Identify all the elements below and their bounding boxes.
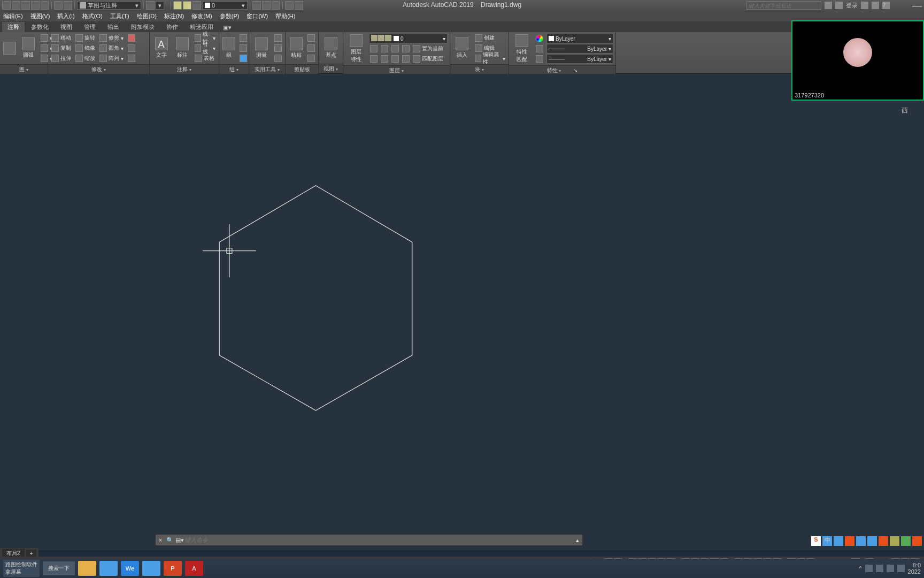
taskbar-autocad-icon[interactable]: A <box>185 561 203 576</box>
panel-layer-title[interactable]: 图层 <box>389 67 403 73</box>
layer-tool2-icon[interactable] <box>380 44 389 54</box>
color-dropdown[interactable]: ByLayer▾ <box>546 34 613 43</box>
cmdline-expand-icon[interactable]: ▴ <box>573 537 582 544</box>
tab-featured[interactable]: 精选应用 <box>184 22 219 32</box>
float-full-icon[interactable] <box>912 536 922 546</box>
qat-redo-icon[interactable] <box>64 1 72 10</box>
calc-icon[interactable] <box>273 54 283 63</box>
drawing-canvas[interactable] <box>0 74 924 550</box>
panel-util-title[interactable]: 实用工具 <box>255 66 279 72</box>
copyclip-icon[interactable] <box>306 43 316 53</box>
float-keyboard-icon[interactable] <box>856 536 866 546</box>
lineweight-icon[interactable] <box>535 44 544 54</box>
lineweight-dropdown[interactable]: ByLayer▾ <box>546 44 613 54</box>
tab-output[interactable]: 输出 <box>102 22 125 32</box>
table-button[interactable]: 表格 <box>194 54 217 63</box>
menu-insert[interactable]: 插入(I) <box>57 12 74 20</box>
exchange-icon[interactable] <box>861 2 868 9</box>
basepoint-button[interactable]: 基点 <box>321 36 341 60</box>
panel-modify-title[interactable]: 修改 <box>91 66 105 72</box>
a360-icon[interactable] <box>872 2 879 9</box>
bulb-icon[interactable] <box>173 1 182 10</box>
layer-setcurrent-button[interactable]: 置为当前 <box>412 44 444 54</box>
linetype-icon[interactable] <box>535 54 544 64</box>
command-line[interactable]: × 🔍 ▤▾ ▴ <box>155 534 583 546</box>
layer-tool4-icon[interactable] <box>401 44 411 54</box>
menu-format[interactable]: 格式(O) <box>82 12 103 20</box>
scale-button[interactable]: 缩放 <box>74 54 96 63</box>
text-button[interactable]: A文字 <box>152 36 171 60</box>
insert-block-button[interactable]: 插入 <box>452 36 472 60</box>
float-comma-icon[interactable] <box>845 536 854 546</box>
tray-clock[interactable]: 8:0 2022 <box>908 562 921 575</box>
video-overlay[interactable]: 317927320 <box>791 20 924 101</box>
layer-tool6-icon[interactable] <box>380 54 389 64</box>
group-button[interactable]: 组 <box>221 36 236 60</box>
cmdline-search-icon[interactable]: 🔍 <box>165 537 175 544</box>
layer-tool3-icon[interactable] <box>390 44 400 54</box>
group-sel-icon[interactable] <box>238 54 248 63</box>
qselect-icon[interactable] <box>273 43 283 53</box>
qat-open-icon[interactable] <box>12 1 20 10</box>
menu-view[interactable]: 视图(V) <box>30 12 50 20</box>
layer-tool5-icon[interactable] <box>369 54 379 64</box>
layer-properties-button[interactable]: 图层 特性 <box>345 33 367 64</box>
login-button[interactable]: 登录 <box>846 2 858 10</box>
sun-icon[interactable] <box>183 1 191 10</box>
qat-more-dropdown[interactable]: ▾ <box>156 1 164 10</box>
taskbar-app3-icon[interactable] <box>142 561 160 576</box>
select-all-icon[interactable] <box>273 33 283 43</box>
linetype-dropdown[interactable]: ByLayer▾ <box>546 54 613 64</box>
float-scissors-icon[interactable] <box>901 536 911 546</box>
float-moon-icon[interactable] <box>834 536 843 546</box>
qat-plot-icon[interactable] <box>41 1 49 10</box>
tab-collaborate[interactable]: 协作 <box>161 22 183 32</box>
qat-tool4-icon[interactable] <box>285 1 294 10</box>
tab-manage[interactable]: 管理 <box>79 22 101 32</box>
qat-tool5-icon[interactable] <box>295 1 303 10</box>
help-search-input[interactable] <box>746 1 821 10</box>
qat-undo-icon[interactable] <box>54 1 63 10</box>
qat-share-icon[interactable] <box>146 1 155 10</box>
layer-dropdown[interactable]: 0 ▾ <box>369 34 448 43</box>
tab-annotate[interactable]: 注释 <box>2 22 25 32</box>
taskbar-explorer-icon[interactable] <box>78 561 96 576</box>
layer-tool7-icon[interactable] <box>390 54 400 64</box>
menu-modify[interactable]: 修改(M) <box>191 12 212 20</box>
rotate-button[interactable]: 旋转 <box>74 33 96 43</box>
layer-match-button[interactable]: 匹配图层 <box>412 54 444 64</box>
move-button[interactable]: 移动 <box>50 33 72 43</box>
float-ime-icon[interactable]: 中 <box>822 536 832 546</box>
float-grid-icon[interactable] <box>879 536 888 546</box>
match-props-button[interactable]: 特性 匹配 <box>511 33 533 64</box>
group-edit-icon[interactable] <box>238 33 248 43</box>
block-create-button[interactable]: 创建 <box>474 33 506 43</box>
infocenter-icon[interactable] <box>825 2 832 9</box>
layer-tool1-icon[interactable] <box>369 44 379 54</box>
tray-vol-icon[interactable] <box>887 565 894 572</box>
paste-button[interactable]: 粘贴 <box>288 36 304 60</box>
taskbar-wechat-icon[interactable]: We <box>121 561 139 576</box>
line-button[interactable] <box>2 41 17 56</box>
qat-saveas-icon[interactable] <box>31 1 40 10</box>
menu-tools[interactable]: 工具(T) <box>110 12 129 20</box>
array-button[interactable]: 阵列▾ <box>98 54 125 63</box>
layer-quick-dropdown[interactable]: 0 ▾ <box>202 1 248 10</box>
help-icon[interactable]: ? <box>882 2 890 9</box>
menu-window[interactable]: 窗口(W) <box>247 12 268 20</box>
tray-people-icon[interactable] <box>865 565 873 572</box>
pastespec-icon[interactable] <box>306 54 316 63</box>
tab-expand-icon[interactable]: ▣▾ <box>220 23 235 32</box>
qat-tool2-icon[interactable] <box>262 1 271 10</box>
stretch-button[interactable]: 拉伸 <box>50 54 72 63</box>
menu-help[interactable]: 帮助(H) <box>275 12 295 20</box>
fillet-button[interactable]: 圆角▾ <box>98 43 125 53</box>
menu-edit[interactable]: 编辑(E) <box>3 12 23 20</box>
tray-net-icon[interactable] <box>876 565 883 572</box>
copy-button[interactable]: 复制 <box>50 43 72 53</box>
panel-block-title[interactable]: 块 <box>475 66 483 72</box>
taskbar-app-label[interactable]: 路图绘制软件 拿屏幕 <box>3 560 40 577</box>
menu-parametric[interactable]: 参数(P) <box>220 12 240 20</box>
menu-draw[interactable]: 绘图(D) <box>137 12 157 20</box>
dimension-button[interactable]: 标注 <box>173 36 191 60</box>
